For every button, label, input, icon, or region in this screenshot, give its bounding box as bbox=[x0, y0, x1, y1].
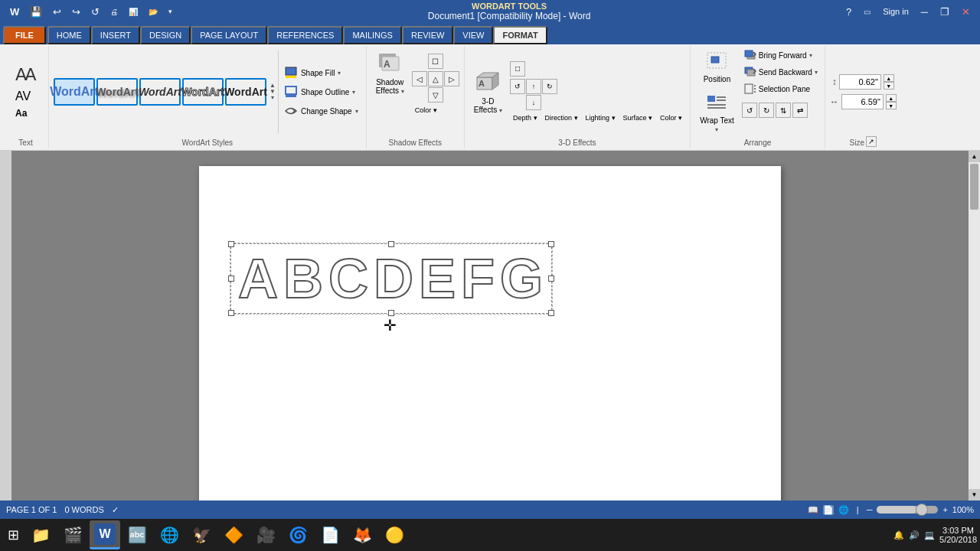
shadow-color-btn[interactable]: Color ▾ bbox=[412, 105, 459, 116]
change-shape-btn[interactable]: Change Shape ▾ bbox=[281, 103, 361, 119]
width-down-btn[interactable]: ▼ bbox=[886, 102, 897, 109]
depth-btn[interactable]: Depth ▾ bbox=[510, 112, 541, 123]
nudge-shadow-down-btn[interactable]: ▽ bbox=[428, 87, 443, 103]
open-btn[interactable]: 📂 bbox=[145, 6, 162, 18]
spacing-btn[interactable]: AV bbox=[14, 88, 38, 105]
taskbar-app5[interactable]: 🦅 bbox=[186, 520, 217, 549]
flip-vertical-btn[interactable]: ⇅ bbox=[776, 103, 791, 118]
threed-on-off-btn[interactable]: □ bbox=[510, 61, 525, 77]
taskbar-word[interactable]: W bbox=[90, 520, 120, 549]
ribbon-display-btn[interactable]: ▭ bbox=[860, 6, 874, 18]
shape-fill-btn[interactable]: Shape Fill ▾ bbox=[281, 64, 361, 81]
tilt-left-btn[interactable]: ↺ bbox=[510, 79, 525, 94]
lighting-btn[interactable]: Lighting ▾ bbox=[583, 112, 619, 123]
vertical-scrollbar[interactable]: ▲ ▼ bbox=[969, 151, 980, 500]
taskbar-chrome[interactable]: 🌐 bbox=[154, 520, 185, 549]
zoom-thumb[interactable] bbox=[916, 504, 928, 516]
redo-btn[interactable]: ↪ bbox=[68, 5, 84, 19]
tab-design[interactable]: DESIGN bbox=[140, 26, 191, 44]
taskbar-browser2[interactable]: 🌀 bbox=[283, 520, 313, 549]
threed-effects-btn[interactable]: A 3-D Effects ▾ bbox=[469, 67, 507, 117]
zoom-in-btn[interactable]: + bbox=[942, 505, 947, 514]
zoom-out-btn[interactable]: ─ bbox=[867, 505, 873, 514]
save-btn[interactable]: 💾 bbox=[26, 5, 46, 19]
shadow-effects-btn[interactable]: A Shadow Effects ▾ bbox=[371, 47, 409, 98]
scroll-thumb[interactable] bbox=[970, 164, 978, 210]
print-preview-btn[interactable]: 🖨 bbox=[106, 6, 122, 18]
svg-rect-19 bbox=[745, 51, 753, 57]
sign-in-btn[interactable]: Sign in bbox=[879, 5, 913, 18]
scroll-down-btn[interactable]: ▼ bbox=[969, 489, 980, 500]
taskbar-media-player[interactable]: 🎬 bbox=[57, 520, 88, 549]
taskbar-firefox[interactable]: 🦊 bbox=[347, 520, 377, 549]
tilt-up-btn[interactable]: ↑ bbox=[526, 79, 541, 94]
bring-forward-btn[interactable]: Bring Forward ▾ bbox=[742, 47, 820, 63]
tab-mailings[interactable]: MAILINGS bbox=[343, 26, 402, 44]
selection-pane-btn[interactable]: Selection Pane bbox=[742, 81, 820, 96]
nudge-shadow-right-btn[interactable]: ▷ bbox=[444, 71, 459, 86]
wrap-text-btn[interactable]: Wrap Text ▾ bbox=[695, 89, 739, 136]
tab-page-layout[interactable]: PAGE LAYOUT bbox=[191, 26, 267, 44]
edit-text-btn[interactable]: Ꜳ bbox=[14, 64, 38, 86]
tab-view[interactable]: VIEW bbox=[453, 26, 493, 44]
width-input[interactable] bbox=[841, 94, 884, 109]
tab-insert[interactable]: INSERT bbox=[91, 26, 140, 44]
tab-references[interactable]: REFERENCES bbox=[267, 26, 343, 44]
position-btn[interactable]: Position bbox=[699, 47, 736, 86]
restore-btn[interactable]: ❐ bbox=[936, 5, 953, 19]
zoom-slider[interactable] bbox=[877, 506, 938, 514]
taskbar-movie-maker[interactable]: 🎥 bbox=[250, 520, 281, 549]
wordart-object[interactable]: A B C D E F G ✛ bbox=[230, 243, 553, 315]
height-input[interactable] bbox=[839, 74, 881, 90]
shadow-effects-icon: A bbox=[376, 51, 403, 78]
proofing-btn[interactable]: ✓ bbox=[112, 505, 119, 515]
width-up-btn[interactable]: ▲ bbox=[886, 94, 897, 102]
close-btn[interactable]: ✕ bbox=[958, 5, 974, 19]
rotate-right-btn[interactable]: ↻ bbox=[759, 103, 774, 118]
tab-file[interactable]: FILE bbox=[3, 26, 46, 44]
repeat-btn[interactable]: ↺ bbox=[87, 5, 103, 19]
customize-qa-btn[interactable]: ▾ bbox=[165, 6, 176, 17]
wordart-style-3[interactable]: WordArt bbox=[139, 78, 181, 106]
shape-outline-btn[interactable]: Shape Outline ▾ bbox=[281, 83, 361, 100]
scroll-track[interactable] bbox=[969, 162, 980, 489]
rotate-left-btn[interactable]: ↺ bbox=[742, 103, 757, 118]
nudge-shadow-up-btn[interactable]: △ bbox=[428, 71, 443, 86]
taskbar-pdf[interactable]: 📄 bbox=[315, 520, 345, 549]
direction-btn[interactable]: Direction ▾ bbox=[542, 112, 581, 123]
flip-horizontal-btn[interactable]: ⇄ bbox=[792, 103, 808, 118]
send-backward-btn[interactable]: Send Backward ▾ bbox=[742, 64, 820, 80]
shadow-on-off-btn[interactable]: ☐ bbox=[428, 54, 443, 69]
print-layout-btn[interactable]: 📄 bbox=[823, 505, 834, 515]
quick-print-btn[interactable]: 📊 bbox=[125, 6, 142, 18]
wordart-styles-more[interactable]: ▾ bbox=[270, 95, 276, 101]
wordart-style-1[interactable]: WordArt bbox=[54, 78, 95, 106]
even-height-btn[interactable]: Aa bbox=[14, 106, 38, 120]
scroll-up-btn[interactable]: ▲ bbox=[969, 151, 980, 162]
taskbar-app11[interactable]: 🟡 bbox=[379, 520, 410, 549]
taskbar-vlc[interactable]: 🔶 bbox=[218, 520, 249, 549]
help-btn[interactable]: ? bbox=[842, 5, 855, 19]
tab-format[interactable]: FORMAT bbox=[493, 26, 547, 44]
size-dialog-launcher[interactable]: ↗ bbox=[866, 136, 877, 147]
taskbar-char-map[interactable]: 🔤 bbox=[122, 520, 152, 549]
tab-review[interactable]: REVIEW bbox=[402, 26, 453, 44]
minimize-btn[interactable]: ─ bbox=[917, 5, 932, 19]
start-btn[interactable]: ⊞ bbox=[3, 520, 24, 549]
web-layout-btn[interactable]: 🌐 bbox=[838, 505, 849, 515]
read-mode-btn[interactable]: 📖 bbox=[808, 505, 818, 515]
tilt-right-btn[interactable]: ↻ bbox=[542, 79, 557, 94]
height-up-btn[interactable]: ▲ bbox=[884, 74, 894, 82]
zoom-track bbox=[877, 506, 916, 514]
taskbar-file-explorer[interactable]: 📁 bbox=[25, 520, 56, 549]
threed-color-btn[interactable]: Color ▾ bbox=[657, 112, 685, 123]
tab-home[interactable]: HOME bbox=[47, 26, 91, 44]
tilt-down-btn[interactable]: ↓ bbox=[526, 95, 541, 110]
undo-btn[interactable]: ↩ bbox=[49, 5, 65, 19]
height-down-btn[interactable]: ▼ bbox=[884, 82, 894, 90]
wordart-style-2[interactable]: WordArt bbox=[96, 78, 138, 106]
nudge-shadow-left-btn[interactable]: ◁ bbox=[412, 71, 427, 86]
wordart-style-5[interactable]: WordArt bbox=[225, 78, 266, 106]
wordart-style-4[interactable]: WordArt bbox=[182, 78, 224, 106]
surface-btn[interactable]: Surface ▾ bbox=[620, 112, 656, 123]
